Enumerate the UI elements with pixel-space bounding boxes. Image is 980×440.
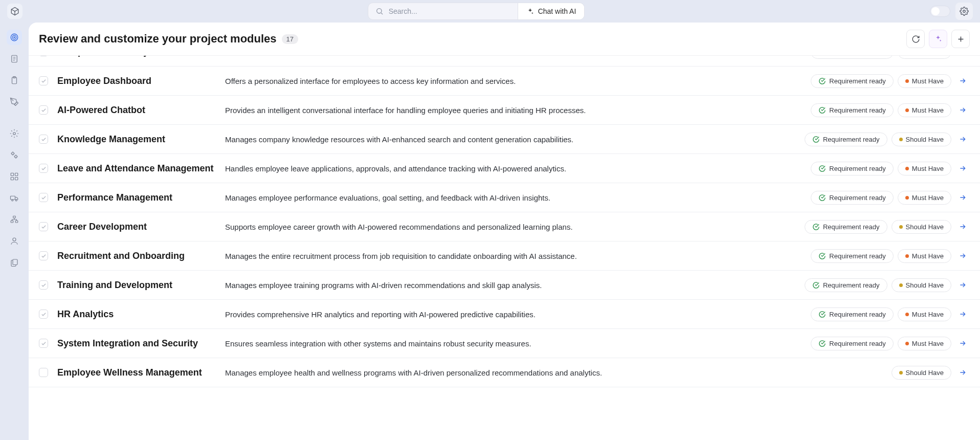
chat-with-ai-button[interactable]: Chat with AI — [518, 3, 585, 19]
settings-button[interactable] — [955, 3, 973, 20]
priority-pill[interactable]: Must Have — [898, 162, 951, 175]
status-pill[interactable]: Requirement ready — [811, 307, 894, 321]
status-pill[interactable]: Requirement ready — [805, 220, 887, 234]
module-title: AI-Powered Chatbot — [57, 105, 216, 116]
svg-rect-20 — [15, 221, 18, 223]
module-row[interactable]: Training and DevelopmentManages employee… — [29, 271, 980, 300]
rail-gear-icon[interactable] — [7, 126, 22, 141]
open-module-button[interactable] — [955, 278, 970, 292]
rail-org-icon[interactable] — [7, 212, 22, 227]
priority-pill[interactable]: Must Have — [898, 56, 951, 59]
status-pill[interactable]: Requirement ready — [811, 191, 894, 205]
module-checkbox[interactable] — [39, 105, 48, 115]
module-checkbox[interactable] — [39, 222, 48, 231]
svg-point-4 — [14, 37, 15, 38]
module-row[interactable]: Performance ManagementManages employee p… — [29, 183, 980, 212]
svg-rect-12 — [15, 173, 18, 175]
module-checkbox[interactable] — [39, 164, 48, 173]
priority-pill[interactable]: Must Have — [898, 249, 951, 263]
open-module-button[interactable] — [955, 74, 970, 88]
open-module-button[interactable] — [955, 190, 970, 205]
module-row[interactable]: Career DevelopmentSupports employee care… — [29, 212, 980, 241]
rail-gears-icon[interactable] — [7, 147, 22, 163]
status-pill[interactable]: Requirement ready — [805, 133, 887, 146]
refresh-button[interactable] — [906, 30, 925, 48]
priority-pill[interactable]: Must Have — [898, 307, 951, 321]
status-pill[interactable]: Requirement ready — [811, 162, 894, 175]
module-count-badge: 17 — [282, 34, 298, 44]
open-module-button[interactable] — [955, 249, 970, 263]
module-row[interactable]: HR AnalyticsProvides comprehensive HR an… — [29, 300, 980, 329]
module-checkbox[interactable] — [39, 76, 48, 85]
priority-pill[interactable]: Should Have — [892, 278, 951, 292]
rail-user-icon[interactable] — [7, 233, 22, 249]
rail-truck-icon[interactable] — [7, 190, 22, 206]
module-list[interactable]: Compensation Analytics…Requirement ready… — [29, 56, 980, 440]
module-checkbox[interactable] — [39, 280, 48, 290]
rail-grid-icon[interactable] — [7, 169, 22, 184]
module-title: Knowledge Management — [57, 134, 216, 145]
module-row[interactable]: System Integration and SecurityEnsures s… — [29, 329, 980, 358]
priority-pill[interactable]: Must Have — [898, 191, 951, 205]
module-title: System Integration and Security — [57, 338, 216, 349]
module-description: Provides comprehensive HR analytics and … — [225, 310, 801, 319]
rail-copy-icon[interactable] — [7, 255, 22, 270]
svg-point-17 — [15, 200, 17, 201]
module-row[interactable]: Recruitment and OnboardingManages the en… — [29, 241, 980, 271]
rail-clipboard-icon[interactable] — [7, 73, 22, 88]
add-button[interactable] — [951, 30, 970, 48]
priority-dot — [905, 196, 909, 200]
priority-pill[interactable]: Should Have — [892, 220, 951, 234]
priority-pill[interactable]: Must Have — [898, 74, 951, 88]
status-pill[interactable]: Requirement ready — [805, 278, 887, 292]
module-row[interactable]: Knowledge ManagementManages company know… — [29, 125, 980, 154]
open-module-button[interactable] — [955, 219, 970, 234]
module-checkbox[interactable] — [39, 310, 48, 319]
status-label: Requirement ready — [829, 106, 886, 114]
open-module-button[interactable] — [955, 336, 970, 350]
priority-label: Should Have — [906, 369, 944, 377]
module-description: Ensures seamless integration with other … — [225, 339, 801, 348]
module-title: Training and Development — [57, 280, 216, 291]
module-checkbox[interactable] — [39, 56, 48, 56]
ai-button[interactable] — [929, 30, 947, 48]
priority-pill[interactable]: Should Have — [892, 133, 951, 146]
module-checkbox[interactable] — [39, 193, 48, 202]
rail-target-icon[interactable] — [7, 30, 22, 45]
plus-icon — [956, 35, 965, 43]
priority-dot — [905, 342, 909, 345]
priority-pill[interactable]: Must Have — [898, 103, 951, 117]
priority-pill[interactable]: Should Have — [892, 366, 951, 380]
priority-pill[interactable]: Must Have — [898, 337, 951, 350]
open-module-button[interactable] — [955, 365, 970, 380]
module-checkbox[interactable] — [39, 135, 48, 144]
app-cube-icon[interactable] — [7, 4, 23, 19]
search-input[interactable]: Search... — [368, 7, 518, 15]
rail-document-icon[interactable] — [7, 51, 22, 67]
module-row[interactable]: AI-Powered ChatbotProvides an intelligen… — [29, 96, 980, 125]
status-pill[interactable]: Requirement ready — [811, 56, 894, 59]
open-module-button[interactable] — [955, 132, 970, 146]
open-module-button[interactable] — [955, 161, 970, 175]
rail-pen-icon[interactable] — [7, 94, 22, 109]
open-module-button[interactable] — [955, 307, 970, 321]
module-checkbox[interactable] — [39, 368, 48, 377]
module-checkbox[interactable] — [39, 251, 48, 260]
main-panel: Review and customize your project module… — [29, 23, 980, 440]
status-pill[interactable]: Requirement ready — [811, 74, 894, 88]
priority-dot — [905, 167, 909, 170]
priority-dot — [899, 225, 903, 229]
status-pill[interactable]: Requirement ready — [811, 337, 894, 350]
open-module-button[interactable] — [955, 103, 970, 117]
module-title: Compensation Analytics — [57, 56, 216, 57]
status-pill[interactable]: Requirement ready — [811, 249, 894, 263]
open-module-button[interactable] — [955, 56, 970, 59]
theme-toggle[interactable] — [930, 6, 950, 17]
module-row[interactable]: Employee Wellness ManagementManages empl… — [29, 358, 980, 387]
module-row[interactable]: Leave and Attendance ManagementHandles e… — [29, 154, 980, 183]
module-checkbox[interactable] — [39, 339, 48, 348]
module-row[interactable]: Employee DashboardOffers a personalized … — [29, 67, 980, 96]
status-pill[interactable]: Requirement ready — [811, 103, 894, 117]
module-description: Manages employee training programs with … — [225, 281, 795, 290]
module-row[interactable]: Compensation Analytics…Requirement ready… — [29, 56, 980, 67]
